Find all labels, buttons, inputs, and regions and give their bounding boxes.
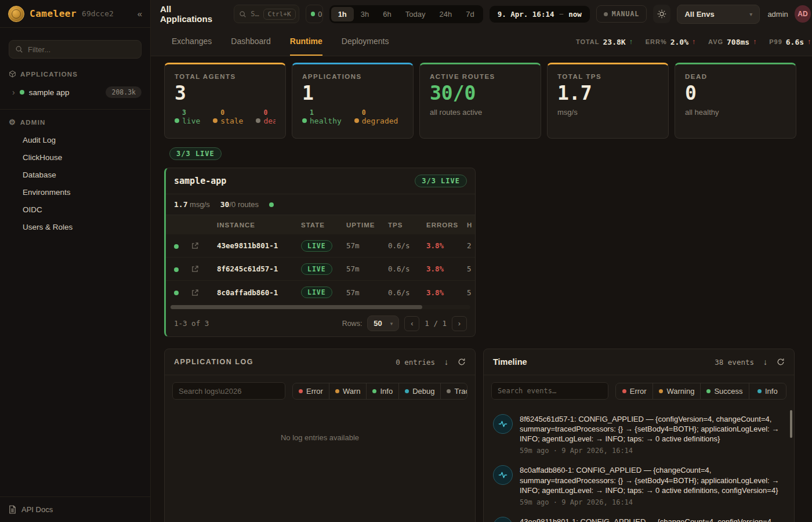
timeline-scrollbar-thumb[interactable]: [790, 410, 792, 438]
card-value: 3: [175, 83, 276, 104]
application-panel-header: sample-app 3/3 LIVE: [166, 168, 475, 194]
table-row[interactable]: 8c0affadb860-1 LIVE 57m 0.6/s 3.8% 5: [166, 281, 475, 304]
environment-select-value: All Envs: [684, 10, 714, 19]
avatar[interactable]: AD: [795, 5, 811, 23]
next-page-button[interactable]: ›: [452, 316, 467, 331]
col-errors: ERRORS: [426, 222, 467, 229]
tab-exchanges[interactable]: Exchanges: [172, 28, 212, 56]
date-from: 9. Apr. 16:14: [498, 10, 554, 19]
filter-info[interactable]: Info: [366, 383, 398, 399]
pulse-icon: [493, 465, 513, 485]
time-range-24h[interactable]: 24h: [432, 7, 459, 21]
timeline-event[interactable]: 8f6245c61d57-1: CONFIG_APPLIED — {config…: [493, 409, 786, 460]
time-range-7d[interactable]: 7d: [459, 7, 481, 21]
timeline-event[interactable]: 43ee9811b801-1: CONFIG_APPLIED — {change…: [493, 512, 786, 522]
admin-section-label: ADMIN: [20, 119, 46, 126]
routes-status-dot: [269, 202, 274, 207]
log-search-input[interactable]: [172, 382, 285, 400]
card-substats: 1healthy 0degraded 0critical: [302, 109, 403, 125]
filter-trace[interactable]: Trace: [440, 383, 467, 399]
sidebar-item-oidc[interactable]: OIDC: [0, 201, 150, 218]
info-dot: [757, 389, 762, 393]
sample-app-label: sample app: [29, 88, 70, 97]
kpi-p99: P99 6.6s ↑: [769, 38, 811, 46]
filter-error[interactable]: Error: [616, 383, 652, 399]
connection-status-pill[interactable]: O: [306, 5, 323, 23]
timeline-search-input[interactable]: [491, 382, 608, 400]
col-clipped: H: [467, 222, 475, 229]
timeline-event[interactable]: 8c0affadb860-1: CONFIG_APPLIED — {change…: [493, 460, 786, 511]
card-dead: DEAD 0 all healthy: [675, 63, 796, 139]
tab-deployments[interactable]: Deployments: [342, 28, 389, 56]
connection-status-text: O: [318, 10, 322, 19]
horizontal-scrollbar-thumb[interactable]: [171, 305, 422, 309]
throughput-value: 1.7: [174, 200, 187, 209]
kpi-value: 23.8K: [603, 38, 626, 46]
filter-error[interactable]: Error: [293, 383, 329, 399]
brand-version: 69dcce2: [82, 9, 114, 18]
timeline-panel-title: Timeline: [493, 357, 527, 367]
clipped-value: 2: [467, 241, 475, 250]
card-value: 0: [685, 83, 786, 104]
time-range-3h[interactable]: 3h: [354, 7, 376, 21]
horizontal-scrollbar: [171, 305, 470, 309]
stat-label: healthy: [310, 117, 342, 126]
external-link-icon[interactable]: [191, 265, 217, 273]
sidebar-item-environments[interactable]: Environments: [0, 183, 150, 201]
sidebar-item-audit-log[interactable]: Audit Log: [0, 131, 150, 148]
card-label: TOTAL AGENTS: [175, 73, 276, 80]
sidebar-item-clickhouse[interactable]: ClickHouse: [0, 148, 150, 166]
theme-toggle-button[interactable]: [653, 5, 670, 23]
download-icon[interactable]: ↓: [763, 357, 767, 367]
col-tps: TPS: [388, 222, 426, 229]
rows-per-page-select[interactable]: 50 ▾: [367, 316, 399, 331]
filter-warning[interactable]: Warning: [652, 383, 700, 399]
date-range-picker[interactable]: 9. Apr. 16:14 – now: [490, 6, 590, 23]
event-timestamp: 59m ago · 9 Apr 2026, 16:14: [520, 447, 781, 455]
global-search-button[interactable]: S… Ctrl+K: [234, 5, 299, 23]
time-range-6h[interactable]: 6h: [376, 7, 398, 21]
chevron-right-icon[interactable]: ›: [12, 88, 15, 97]
kpi-err: ERR% 2.0% ↑: [646, 38, 695, 46]
sidebar-item-database[interactable]: Database: [0, 166, 150, 183]
table-row[interactable]: 43ee9811b801-1 LIVE 57m 0.6/s 3.8% 2: [166, 234, 475, 258]
refresh-icon[interactable]: [777, 358, 785, 366]
external-link-icon[interactable]: [191, 289, 217, 296]
prev-page-button[interactable]: ‹: [404, 316, 419, 331]
table-row[interactable]: 8f6245c61d57-1 LIVE 57m 0.6/s 3.8% 5: [166, 258, 475, 281]
download-icon[interactable]: ↓: [444, 357, 448, 367]
api-docs-label: API Docs: [21, 505, 53, 514]
page-title: All Applications: [160, 4, 222, 24]
state-badge: LIVE: [301, 287, 332, 298]
filter-success[interactable]: Success: [700, 383, 748, 399]
timeline-panel: Timeline 38 events ↓ Error: [483, 349, 795, 522]
filter-info[interactable]: Info: [749, 383, 786, 399]
sidebar-collapse-button[interactable]: «: [137, 9, 142, 19]
card-active-routes: ACTIVE ROUTES 30/0 all routes active: [419, 63, 541, 139]
admin-section-header: ⚙ ADMIN: [0, 112, 150, 131]
time-range-1h[interactable]: 1h: [331, 7, 354, 21]
kpi-total: TOTAL 23.8K ↑: [576, 38, 633, 46]
filter-debug[interactable]: Debug: [398, 383, 440, 399]
stat-num: 3: [182, 109, 200, 117]
filter-warn[interactable]: Warn: [329, 383, 367, 399]
instance-id: 8c0affadb860-1: [217, 288, 301, 297]
status-dot-green: [20, 90, 24, 95]
main-area: All Applications S… Ctrl+K O 1h 3h 6h To…: [151, 0, 812, 522]
throughput-unit: msg/s: [190, 200, 210, 209]
sidebar-item-users-roles[interactable]: Users & Roles: [0, 218, 150, 235]
tab-dashboard[interactable]: Dashboard: [231, 28, 271, 56]
time-range-today[interactable]: Today: [398, 7, 433, 21]
stat-num: 1: [310, 109, 342, 117]
refresh-mode-button[interactable]: MANUAL: [596, 5, 647, 23]
sidebar-item-api-docs[interactable]: API Docs: [0, 496, 150, 522]
external-link-icon[interactable]: [191, 242, 217, 249]
refresh-icon[interactable]: [458, 358, 466, 366]
environment-select[interactable]: All Envs ▾: [677, 5, 760, 24]
kpi-strip: TOTAL 23.8K ↑ ERR% 2.0% ↑ AVG 708ms ↑ P9…: [576, 28, 811, 56]
sidebar-item-sample-app[interactable]: › sample app 208.3k: [0, 82, 150, 102]
sidebar-filter-input[interactable]: [28, 45, 135, 54]
brand-name: Cameleer: [30, 8, 77, 19]
tab-runtime[interactable]: Runtime: [290, 28, 322, 56]
manual-dot: [604, 12, 608, 16]
